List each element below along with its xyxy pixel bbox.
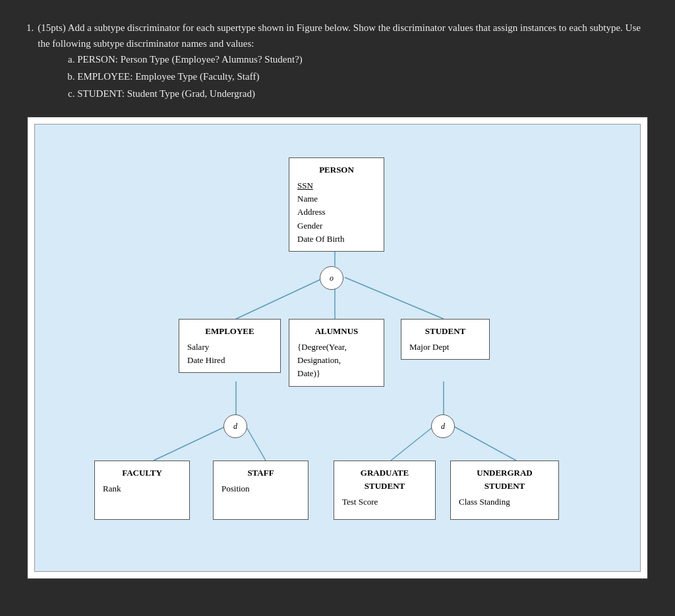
student-major: Major Dept [409, 342, 449, 352]
svg-line-8 [391, 426, 434, 461]
person-ssn: SSN [297, 181, 313, 190]
undergrad-student-name: UNDERGRADSTUDENT [459, 466, 550, 493]
question-section: 1. (15pts) Add a subtype discriminator f… [26, 20, 649, 580]
employee-salary: Salary [187, 342, 209, 352]
undergrad-student-class: Class Standing [459, 497, 510, 507]
staff-name: STAFF [221, 466, 300, 480]
entity-employee: EMPLOYEE Salary Date Hired [179, 319, 281, 373]
entity-faculty: FACULTY Rank [94, 461, 190, 520]
circle-left: d [223, 414, 247, 438]
svg-line-1 [236, 277, 325, 319]
question-points: (15pts) [38, 22, 66, 33]
sub-item-a: PERSON: Person Type (Employee? Alumnus? … [77, 51, 649, 67]
faculty-name: FACULTY [103, 466, 181, 480]
sub-item-b: EMPLOYEE: Employee Type (Faculty, Staff) [77, 69, 649, 84]
staff-position: Position [221, 484, 250, 493]
person-address: Address [297, 207, 326, 217]
person-name-attr: Name [297, 194, 318, 204]
sub-item-c: STUDENT: Student Type (Grad, Undergrad) [77, 86, 649, 101]
entity-staff: STAFF Position [213, 461, 308, 520]
circle-top: o [320, 266, 343, 290]
svg-line-9 [454, 426, 516, 461]
entity-person: PERSON SSN Name Address Gender Date Of B… [289, 157, 384, 252]
faculty-rank: Rank [103, 484, 121, 493]
person-name: PERSON [297, 163, 376, 177]
diagram-inner: PERSON SSN Name Address Gender Date Of B… [34, 124, 641, 572]
grad-student-score: Test Score [342, 497, 378, 507]
question-text: 1. (15pts) Add a subtype discriminator f… [26, 20, 649, 103]
grad-student-name: GRADUATESTUDENT [342, 466, 427, 493]
circle-right: d [431, 414, 455, 438]
entity-undergrad-student: UNDERGRADSTUDENT Class Standing [450, 461, 559, 520]
diagram-outer: PERSON SSN Name Address Gender Date Of B… [26, 116, 649, 580]
entity-alumnus: ALUMNUS {Degree(Year, Designation, Date)… [289, 319, 384, 387]
svg-line-6 [246, 426, 266, 461]
alumnus-degree: {Degree(Year, [297, 342, 347, 352]
person-gender: Gender [297, 221, 322, 231]
svg-line-3 [345, 277, 444, 319]
alumnus-date: Date)} [297, 368, 320, 378]
question-number: 1. [26, 20, 34, 103]
alumnus-designation: Designation, [297, 355, 341, 365]
alumnus-name: ALUMNUS [297, 325, 376, 338]
entity-student: STUDENT Major Dept [401, 319, 490, 360]
svg-line-5 [154, 426, 226, 461]
employee-date-hired: Date Hired [187, 355, 225, 365]
employee-name: EMPLOYEE [187, 325, 272, 338]
entity-grad-student: GRADUATESTUDENT Test Score [334, 461, 436, 520]
person-dob: Date Of Birth [297, 234, 344, 244]
question-body: Add a subtype discriminator for each sup… [38, 22, 641, 49]
student-name: STUDENT [409, 325, 481, 338]
